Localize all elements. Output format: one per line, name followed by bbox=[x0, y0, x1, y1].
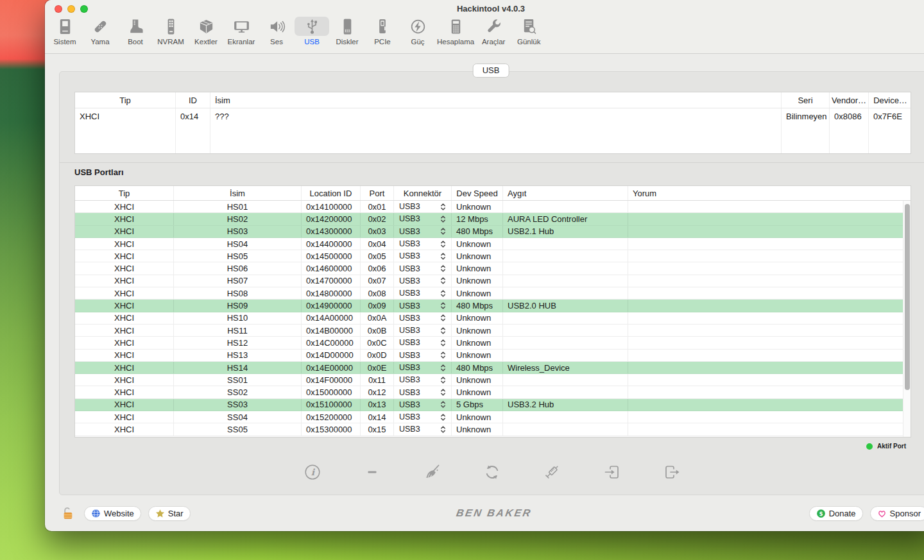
port-row-hs09[interactable]: XHCIHS090x149000000x09USB3480 MbpsUSB2.0… bbox=[75, 300, 903, 312]
port-cell: 0x15 bbox=[361, 423, 394, 435]
port-row-ss03[interactable]: XHCISS030x151000000x13USB35 GbpsUSB3.2 H… bbox=[75, 399, 903, 411]
toolbar-item-ses[interactable]: Ses bbox=[259, 16, 294, 46]
toolbar-item-hesaplama[interactable]: Hesaplama bbox=[436, 16, 475, 46]
star-button[interactable]: Star bbox=[148, 506, 191, 521]
tip-cell: XHCI bbox=[75, 201, 174, 212]
updown-chevrons-icon bbox=[440, 314, 447, 322]
toolbar-item-yama[interactable]: Yama bbox=[83, 16, 117, 46]
toolbar-item-label: PCIe bbox=[373, 38, 392, 46]
tip-cell: XHCI bbox=[75, 399, 174, 411]
column-header[interactable]: Tip bbox=[75, 186, 174, 200]
port-row-hs01[interactable]: XHCIHS010x141000000x01USB3Unknown bbox=[75, 201, 903, 213]
port-row-hs05[interactable]: XHCIHS050x145000000x05USB3Unknown bbox=[75, 250, 903, 262]
port-row-ss04[interactable]: XHCISS040x152000000x14USB3Unknown bbox=[75, 411, 903, 423]
toolbar-item-pcie[interactable]: PCIe bbox=[365, 16, 400, 46]
konnektor-popup[interactable]: USB3 bbox=[394, 275, 452, 287]
konnektor-popup[interactable]: USB3 bbox=[394, 362, 452, 373]
port-row-hs12[interactable]: XHCIHS120x14C000000x0CUSB3Unknown bbox=[75, 337, 903, 349]
column-header[interactable]: Location ID bbox=[302, 186, 361, 200]
clean-button[interactable] bbox=[423, 462, 442, 482]
konnektor-popup[interactable]: USB3 bbox=[394, 374, 452, 386]
port-row-ss05[interactable]: XHCISS050x153000000x15USB3Unknown bbox=[75, 423, 903, 436]
konnektor-popup[interactable]: USB3 bbox=[394, 201, 452, 212]
konnektor-popup[interactable]: USB3 bbox=[394, 337, 452, 348]
port-row-hs06[interactable]: XHCIHS060x146000000x06USB3Unknown bbox=[75, 262, 903, 275]
port-row-hs10[interactable]: XHCIHS100x14A000000x0AUSB3Unknown bbox=[75, 312, 903, 325]
yorum-cell bbox=[628, 337, 904, 348]
konnektor-value: USB3 bbox=[399, 363, 420, 372]
konnektor-popup[interactable]: USB3 bbox=[394, 226, 452, 237]
port-row-hs02[interactable]: XHCIHS020x142000000x02USB312 MbpsAURA LE… bbox=[75, 213, 903, 225]
column-header[interactable]: Seri bbox=[782, 92, 830, 108]
column-header[interactable]: Aygıt bbox=[503, 186, 628, 200]
toolbar-item-label: Araçlar bbox=[481, 38, 506, 46]
toolbar-item-günlük[interactable]: Günlük bbox=[511, 16, 546, 46]
port-row-hs04[interactable]: XHCIHS040x144000000x04USB3Unknown bbox=[75, 238, 903, 250]
inject-button[interactable] bbox=[542, 462, 561, 482]
updown-chevrons-icon bbox=[440, 227, 447, 235]
konnektor-popup[interactable]: USB3 bbox=[394, 312, 452, 324]
toolbar-item-diskler[interactable]: Diskler bbox=[330, 16, 364, 46]
port-row-hs08[interactable]: XHCIHS080x148000000x08USB3Unknown bbox=[75, 287, 903, 300]
tab-usb[interactable]: USB bbox=[473, 64, 509, 78]
konnektor-popup[interactable]: USB3 bbox=[394, 287, 452, 299]
controllers-filler-row bbox=[75, 124, 911, 153]
konnektor-popup[interactable]: USB3 bbox=[394, 423, 452, 435]
toolbar-item-güç[interactable]: Güç bbox=[400, 16, 435, 46]
yorum-cell bbox=[628, 287, 904, 299]
column-header[interactable]: Port bbox=[361, 186, 394, 200]
column-header[interactable]: İsim bbox=[210, 92, 782, 108]
export-button[interactable] bbox=[662, 462, 681, 482]
active-port-legend: Aktif Port bbox=[866, 443, 906, 450]
column-header[interactable]: Tip bbox=[75, 92, 176, 108]
column-header[interactable]: Device… bbox=[869, 92, 911, 108]
remove-button[interactable] bbox=[363, 462, 382, 482]
column-header[interactable]: İsim bbox=[174, 186, 302, 200]
port-row-hs13[interactable]: XHCIHS130x14D000000x0DUSB3Unknown bbox=[75, 350, 903, 362]
toolbar-item-kextler[interactable]: Kextler bbox=[189, 16, 223, 46]
nvram-icon bbox=[153, 17, 188, 36]
konnektor-popup[interactable]: USB3 bbox=[394, 386, 452, 398]
refresh-button[interactable] bbox=[483, 462, 502, 482]
port-row-hs11[interactable]: XHCIHS110x14B000000x0BUSB3Unknown bbox=[75, 325, 903, 337]
port-row-ss01[interactable]: XHCISS010x14F000000x11USB3Unknown bbox=[75, 374, 903, 386]
toolbar-item-nvram[interactable]: NVRAM bbox=[153, 16, 188, 46]
konnektor-popup[interactable]: USB3 bbox=[394, 213, 452, 225]
konnektor-value: USB3 bbox=[399, 412, 420, 421]
port-row-hs07[interactable]: XHCIHS070x147000000x07USB3Unknown bbox=[75, 275, 903, 287]
donate-button[interactable]: Donate bbox=[809, 506, 863, 521]
id-cell: 0x14 bbox=[176, 108, 210, 124]
updown-chevrons-icon bbox=[440, 203, 447, 211]
port-row-hs03[interactable]: XHCIHS030x143000000x03USB3480 MbpsUSB2.1… bbox=[75, 226, 903, 238]
konnektor-popup[interactable]: USB3 bbox=[394, 350, 452, 361]
import-button[interactable] bbox=[603, 462, 622, 482]
controller-row[interactable]: XHCI0x14???Bilinmeyen0x80860x7F6E bbox=[75, 108, 911, 124]
column-header[interactable]: Konnektör bbox=[394, 186, 452, 200]
aygit-cell bbox=[503, 201, 628, 212]
toolbar-item-boot[interactable]: Boot bbox=[118, 16, 153, 46]
toolbar-item-sistem[interactable]: Sistem bbox=[47, 16, 82, 46]
sponsor-button[interactable]: Sponsor bbox=[870, 506, 924, 521]
konnektor-popup[interactable]: USB3 bbox=[394, 411, 452, 423]
column-header[interactable]: Dev Speed bbox=[452, 186, 503, 200]
konnektor-popup[interactable]: USB3 bbox=[394, 262, 452, 274]
scrollbar-thumb[interactable] bbox=[905, 204, 910, 390]
toolbar-item-usb[interactable]: USB bbox=[295, 16, 329, 46]
dev-speed-cell: 480 Mbps bbox=[452, 226, 503, 237]
info-button[interactable] bbox=[303, 462, 322, 482]
toolbar-item-ekranlar[interactable]: Ekranlar bbox=[224, 16, 259, 46]
konnektor-popup[interactable]: USB3 bbox=[394, 325, 452, 336]
column-header[interactable]: Vendor… bbox=[830, 92, 869, 108]
calculator-icon bbox=[438, 17, 473, 36]
website-button[interactable]: Website bbox=[84, 506, 141, 521]
port-row-ss02[interactable]: XHCISS020x150000000x12USB3Unknown bbox=[75, 386, 903, 398]
konnektor-popup[interactable]: USB3 bbox=[394, 250, 452, 262]
port-row-hs14[interactable]: XHCIHS140x14E000000x0EUSB3480 MbpsWirele… bbox=[75, 362, 903, 374]
konnektor-popup[interactable]: USB3 bbox=[394, 300, 452, 311]
column-header[interactable]: Yorum bbox=[628, 186, 904, 200]
column-header[interactable]: ID bbox=[176, 92, 210, 108]
toolbar-item-araçlar[interactable]: Araçlar bbox=[476, 16, 511, 46]
konnektor-popup[interactable]: USB3 bbox=[394, 238, 452, 250]
konnektor-popup[interactable]: USB3 bbox=[394, 399, 452, 411]
lock-open-icon[interactable] bbox=[60, 506, 75, 521]
